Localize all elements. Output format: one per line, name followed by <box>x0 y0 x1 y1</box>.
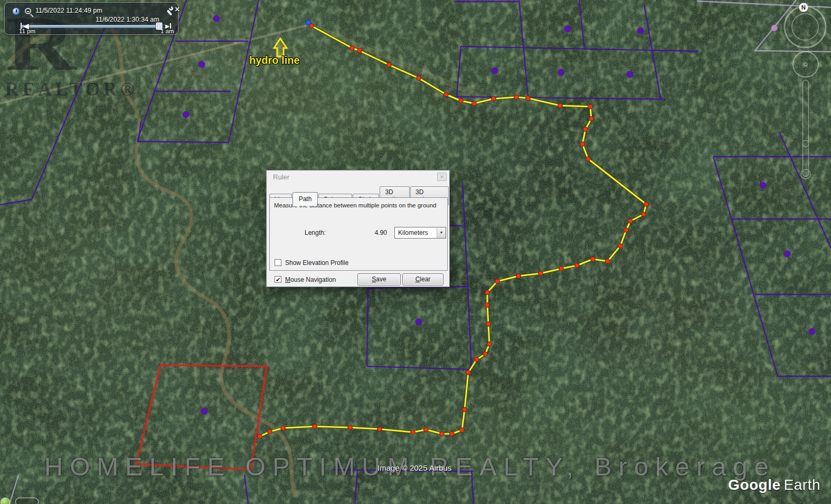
dialog-close-button[interactable]: × <box>437 173 447 181</box>
parcel-marker-dot <box>637 27 644 34</box>
compass-ring[interactable] <box>785 6 826 47</box>
path-vertex[interactable] <box>258 434 262 439</box>
path-vertex[interactable] <box>357 49 362 53</box>
google-earth-window: N R REALTOR® HOMELIFE OPTIMUM REALTY, Br… <box>0 0 831 504</box>
time-slider-track[interactable] <box>21 25 169 28</box>
parcel-marker-dot <box>784 251 791 258</box>
clear-button[interactable]: Clear <box>402 273 443 286</box>
path-vertex[interactable] <box>348 425 353 430</box>
navigation-controls <box>785 6 826 179</box>
path-vertex[interactable] <box>644 202 649 207</box>
path-vertex[interactable] <box>313 424 317 429</box>
path-vertex[interactable] <box>309 24 314 28</box>
path-vertex[interactable] <box>580 142 585 147</box>
path-vertex[interactable] <box>583 127 588 132</box>
zoom-slider-track[interactable] <box>803 80 809 176</box>
parcel-boundary-line <box>0 199 32 205</box>
path-vertex[interactable] <box>628 219 633 224</box>
path-vertex[interactable] <box>495 279 500 284</box>
zoom-slider-handle[interactable] <box>802 140 809 147</box>
path-vertex[interactable] <box>417 76 421 81</box>
path-vertex[interactable] <box>514 95 519 100</box>
parcel-marker-dot <box>199 61 205 68</box>
ruler-tab-panel: Measure the distance between multiple po… <box>269 197 448 271</box>
path-vertex[interactable] <box>487 342 492 347</box>
tab-path[interactable]: Path <box>292 192 318 206</box>
path-vertex[interactable] <box>387 63 392 68</box>
units-dropdown[interactable]: Kilometers ▼ <box>394 227 446 239</box>
path-vertex[interactable] <box>618 244 623 249</box>
parcel-marker-dot <box>415 319 422 326</box>
path-vertex[interactable] <box>472 101 477 106</box>
parcel-boundary-line <box>462 182 468 287</box>
parcel-marker-dot <box>564 26 571 33</box>
compass-inner-ring[interactable] <box>792 14 818 40</box>
parcel-marker-dot <box>492 68 498 74</box>
path-vertex[interactable] <box>575 263 580 268</box>
mouse-navigation-checkbox[interactable]: ✔ <box>275 276 281 283</box>
scale-peek-control[interactable] <box>15 498 39 504</box>
road-line <box>755 0 796 51</box>
save-button[interactable]: Save <box>357 273 401 286</box>
zoom-slider-knob[interactable] <box>801 169 810 179</box>
path-vertex[interactable] <box>486 322 491 327</box>
survey-marker-dot <box>771 25 778 31</box>
path-vertex[interactable] <box>586 157 591 161</box>
time-slider-current-datetime: 11/5/2022 11:24:49 pm <box>35 7 102 14</box>
path-vertex[interactable] <box>462 407 467 412</box>
path-vertex[interactable] <box>516 274 521 279</box>
mouse-navigation-label: Mouse Navigation <box>285 276 336 283</box>
path-vertex[interactable] <box>268 430 272 434</box>
path-vertex[interactable] <box>641 212 646 217</box>
wrench-icon[interactable] <box>165 7 173 15</box>
look-joystick[interactable] <box>793 52 818 77</box>
dropdown-arrow-icon[interactable]: ▼ <box>437 227 446 238</box>
path-vertex[interactable] <box>424 427 429 432</box>
road-line <box>755 51 831 52</box>
north-label: N <box>801 4 806 11</box>
path-vertex[interactable] <box>475 357 479 362</box>
brokerage-watermark: HOMELIFE OPTIMUM REALTY, Brokerage <box>44 452 776 481</box>
path-vertex[interactable] <box>440 432 445 436</box>
road-line <box>697 1 831 7</box>
parcel-marker-dot <box>627 71 634 78</box>
look-joystick-center[interactable] <box>804 63 807 66</box>
path-vertex[interactable] <box>459 99 464 103</box>
status-peek-icon[interactable] <box>1 498 10 504</box>
path-vertex[interactable] <box>624 228 629 233</box>
parcel-boundary-line <box>32 25 106 199</box>
path-vertex[interactable] <box>466 370 471 375</box>
path-start-point[interactable] <box>306 20 311 25</box>
path-vertex[interactable] <box>558 103 563 108</box>
path-vertex[interactable] <box>450 432 455 436</box>
path-vertex[interactable] <box>460 428 465 433</box>
path-vertex[interactable] <box>350 46 355 51</box>
show-elevation-profile-checkbox[interactable] <box>275 259 281 266</box>
hydro-line-label: hydro line <box>249 54 300 66</box>
north-badge[interactable] <box>799 3 808 12</box>
parcel-boundary-line <box>713 157 778 376</box>
parcel-boundary-line <box>468 287 471 369</box>
path-vertex[interactable] <box>444 92 449 97</box>
path-vertex[interactable] <box>539 271 543 276</box>
path-vertex[interactable] <box>588 104 593 109</box>
imagery-copyright: Image © 2025 Airbus <box>351 463 478 472</box>
parcel-marker-dot <box>183 111 190 118</box>
dialog-title: Ruler <box>273 173 289 181</box>
path-vertex[interactable] <box>606 259 610 264</box>
clock-icon[interactable] <box>12 7 20 15</box>
close-icon[interactable]: × <box>175 5 180 14</box>
zoom-out-icon[interactable] <box>25 8 31 14</box>
path-vertex[interactable] <box>559 267 564 271</box>
path-vertex[interactable] <box>485 303 490 308</box>
path-vertex[interactable] <box>589 117 594 121</box>
path-vertex[interactable] <box>411 430 415 435</box>
path-vertex[interactable] <box>281 426 286 431</box>
path-vertex[interactable] <box>377 427 382 432</box>
path-vertex[interactable] <box>485 290 490 295</box>
parcel-boundary-line <box>457 46 461 97</box>
path-vertex[interactable] <box>492 97 496 101</box>
path-vertex[interactable] <box>591 257 596 262</box>
path-vertex[interactable] <box>526 96 531 101</box>
path-vertex[interactable] <box>483 352 488 357</box>
